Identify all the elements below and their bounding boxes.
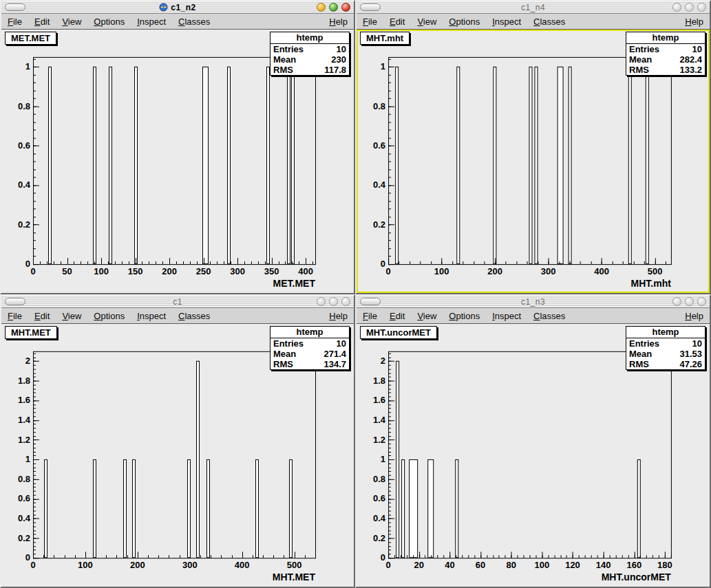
menu-view[interactable]: View bbox=[56, 15, 87, 28]
hist-title-box[interactable]: MET.MET bbox=[5, 32, 56, 45]
minimize-button[interactable] bbox=[317, 3, 326, 12]
histogram-bar[interactable] bbox=[290, 459, 293, 557]
close-button[interactable] bbox=[341, 297, 350, 306]
menu-help[interactable]: Help bbox=[323, 309, 354, 323]
minimize-button[interactable] bbox=[672, 3, 681, 12]
histogram-bar[interactable] bbox=[628, 67, 631, 263]
menu-classes[interactable]: Classes bbox=[527, 15, 571, 28]
histogram-bar[interactable] bbox=[569, 67, 571, 263]
axis-label: 300 bbox=[182, 560, 198, 570]
menu-view[interactable]: View bbox=[411, 15, 443, 28]
menu-file[interactable]: File bbox=[1, 309, 28, 323]
histogram-bar[interactable] bbox=[410, 459, 418, 557]
window-menu-button[interactable] bbox=[360, 3, 381, 11]
titlebar[interactable]: ++ c1_n2 bbox=[1, 1, 354, 14]
axis-label: 300 bbox=[230, 266, 245, 276]
menu-file[interactable]: File bbox=[357, 309, 383, 323]
histogram-bar[interactable] bbox=[292, 67, 295, 263]
titlebar[interactable]: c1_n3 bbox=[357, 296, 710, 308]
histogram-bar[interactable] bbox=[402, 459, 405, 557]
window-menu-button[interactable] bbox=[360, 298, 381, 305]
menu-file[interactable]: File bbox=[357, 15, 383, 28]
histogram-bar[interactable] bbox=[396, 361, 399, 558]
histogram-bar[interactable] bbox=[188, 459, 191, 557]
minimize-button[interactable] bbox=[672, 297, 681, 306]
menu-edit[interactable]: Edit bbox=[383, 309, 411, 323]
stats-box[interactable]: htemp Entries 10 Mean 271.4 RMS 134.7 bbox=[270, 326, 350, 370]
root-canvas[interactable]: 05010015020025030035040000.20.40.60.81ME… bbox=[1, 30, 354, 293]
axis-label: 200 bbox=[162, 266, 177, 276]
titlebar[interactable]: c1 bbox=[1, 296, 354, 308]
histogram-bar[interactable] bbox=[135, 67, 138, 263]
menu-options[interactable]: Options bbox=[87, 15, 131, 28]
hist-title-box[interactable]: MHT.mht bbox=[360, 32, 410, 45]
histogram-bar[interactable] bbox=[207, 459, 210, 557]
menu-view[interactable]: View bbox=[411, 309, 443, 323]
histogram-bar[interactable] bbox=[396, 67, 399, 263]
menu-inspect[interactable]: Inspect bbox=[486, 15, 527, 28]
maximize-button[interactable] bbox=[685, 297, 694, 306]
menu-options[interactable]: Options bbox=[87, 309, 131, 323]
menu-help[interactable]: Help bbox=[323, 15, 354, 28]
close-button[interactable] bbox=[697, 3, 706, 12]
histogram-bar[interactable] bbox=[529, 67, 532, 263]
histogram-bar[interactable] bbox=[494, 67, 496, 263]
stats-label: Entries bbox=[629, 44, 659, 54]
histogram-bar[interactable] bbox=[646, 67, 648, 263]
histogram-bar[interactable] bbox=[428, 459, 434, 557]
titlebar[interactable]: c1_n4 bbox=[357, 1, 710, 14]
stats-box[interactable]: htemp Entries 10 Mean 31.53 RMS 47.26 bbox=[626, 326, 705, 370]
stats-box[interactable]: htemp Entries 10 Mean 282.4 RMS 133.2 bbox=[626, 32, 705, 76]
hist-title-box[interactable]: MHT.MET bbox=[5, 326, 57, 339]
menu-edit[interactable]: Edit bbox=[28, 15, 56, 28]
menu-classes[interactable]: Classes bbox=[172, 309, 216, 323]
menu-classes[interactable]: Classes bbox=[527, 309, 571, 323]
minimize-button[interactable] bbox=[317, 297, 326, 306]
histogram-bar[interactable] bbox=[267, 67, 270, 263]
histogram-bar[interactable] bbox=[288, 67, 290, 263]
menu-options[interactable]: Options bbox=[443, 309, 486, 323]
histogram-bar[interactable] bbox=[203, 67, 209, 263]
menu-view[interactable]: View bbox=[56, 309, 87, 323]
menu-file[interactable]: File bbox=[1, 15, 28, 28]
histogram-bar[interactable] bbox=[637, 459, 640, 557]
menu-inspect[interactable]: Inspect bbox=[131, 15, 172, 28]
histogram-bar[interactable] bbox=[45, 459, 47, 557]
histogram-bar[interactable] bbox=[456, 459, 458, 557]
menu-help[interactable]: Help bbox=[679, 15, 710, 28]
menu-inspect[interactable]: Inspect bbox=[131, 309, 172, 323]
histogram-bar[interactable] bbox=[457, 67, 460, 263]
histogram-bar[interactable] bbox=[197, 361, 200, 558]
maximize-button[interactable] bbox=[329, 297, 338, 306]
stats-box[interactable]: htemp Entries 10 Mean 230 RMS 117.8 bbox=[270, 32, 350, 76]
histogram-bar[interactable] bbox=[256, 459, 259, 557]
close-button[interactable] bbox=[341, 3, 350, 12]
axis-label: 0.2 bbox=[373, 219, 385, 230]
menu-edit[interactable]: Edit bbox=[28, 309, 56, 323]
histogram-bar[interactable] bbox=[49, 67, 52, 263]
window-menu-button[interactable] bbox=[5, 3, 25, 11]
histogram-bar[interactable] bbox=[109, 67, 112, 263]
window-menu-button[interactable] bbox=[5, 298, 25, 305]
maximize-button[interactable] bbox=[329, 3, 338, 12]
histogram-bar[interactable] bbox=[133, 459, 136, 557]
histogram-bar[interactable] bbox=[535, 67, 538, 263]
axis-label: 200 bbox=[487, 266, 502, 276]
root-canvas[interactable]: 010020030040050000.20.40.60.81MHT.mht MH… bbox=[357, 30, 710, 293]
histogram-bar[interactable] bbox=[94, 459, 96, 557]
hist-title-box[interactable]: MHT.uncorMET bbox=[360, 326, 437, 339]
menu-options[interactable]: Options bbox=[443, 15, 486, 28]
menu-help[interactable]: Help bbox=[679, 309, 710, 323]
menu-classes[interactable]: Classes bbox=[172, 15, 216, 28]
histogram-bar[interactable] bbox=[124, 459, 127, 557]
histogram-bar[interactable] bbox=[558, 67, 563, 263]
maximize-button[interactable] bbox=[685, 3, 694, 12]
histogram-bar[interactable] bbox=[94, 67, 96, 263]
root-canvas[interactable]: 010020030040050000.20.40.60.811.21.41.61… bbox=[1, 324, 354, 587]
axis-label: 0.4 bbox=[18, 513, 31, 523]
menu-edit[interactable]: Edit bbox=[383, 15, 411, 28]
close-button[interactable] bbox=[697, 297, 706, 306]
root-canvas[interactable]: 02040608010012014016018000.20.40.60.811.… bbox=[357, 324, 710, 587]
histogram-bar[interactable] bbox=[228, 67, 231, 263]
menu-inspect[interactable]: Inspect bbox=[486, 309, 527, 323]
